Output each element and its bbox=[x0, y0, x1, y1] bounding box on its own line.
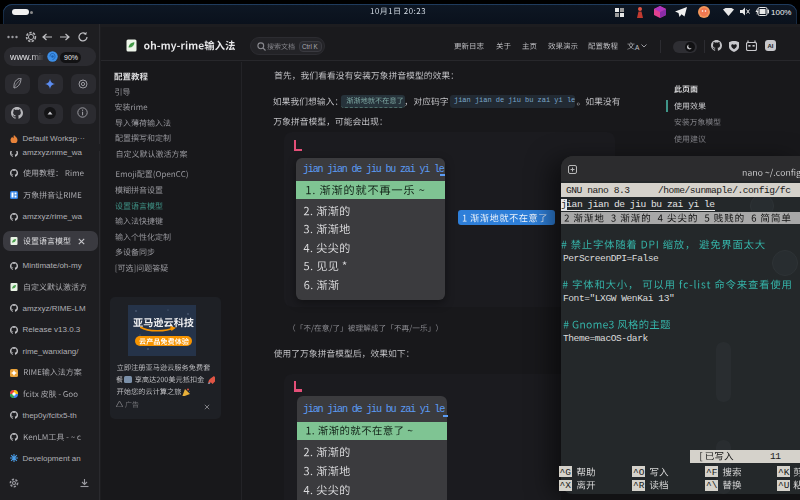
svg-text:AI: AI bbox=[767, 43, 773, 49]
